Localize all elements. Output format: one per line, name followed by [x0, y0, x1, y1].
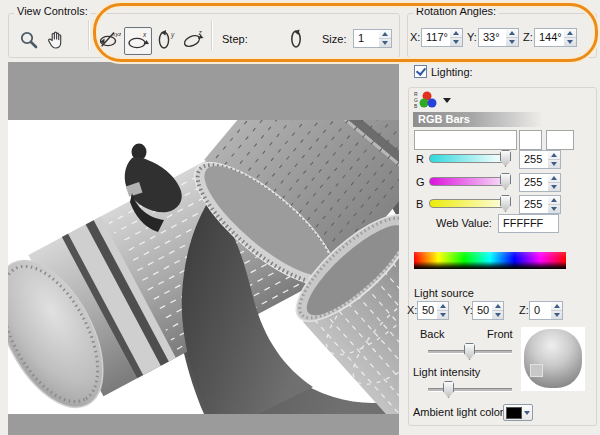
size-spinner[interactable]: [379, 29, 392, 48]
light-x-spinner[interactable]: [437, 301, 449, 320]
color-preview-main: [414, 130, 517, 150]
step-rotate-button[interactable]: [285, 27, 309, 51]
lighting-label: Lighting:: [431, 66, 473, 78]
rotate-x-button[interactable]: x: [124, 27, 152, 55]
rotate-y-button[interactable]: y: [154, 28, 178, 52]
app-window: View Controls: xyz x y: [0, 0, 600, 435]
web-value-label: Web Value:: [436, 217, 492, 229]
channel-r-value[interactable]: 255: [519, 150, 549, 169]
channel-r-track[interactable]: [429, 154, 509, 163]
light-y-spinner[interactable]: [492, 301, 504, 320]
channel-b-label: B: [416, 198, 423, 210]
angle-z-input[interactable]: 144°: [534, 28, 565, 47]
angle-y-input[interactable]: 33°: [478, 28, 507, 47]
rotate-xyz-button[interactable]: xyz: [97, 28, 121, 52]
color-preview-2: [519, 130, 542, 150]
angle-z-label: Z:: [523, 31, 533, 43]
light-x-input[interactable]: 50: [417, 301, 438, 320]
light-y-input[interactable]: 50: [472, 301, 493, 320]
rotate-y-icon: y: [154, 28, 178, 52]
light-preview-sphere: [524, 329, 582, 388]
ambient-color-dropdown[interactable]: [503, 404, 533, 421]
pan-hand-icon: [45, 29, 67, 51]
rgb-bars-header: RGB Bars: [413, 112, 543, 127]
ambient-light-label: Ambient light color: [413, 406, 504, 418]
svg-text:xyz: xyz: [112, 31, 122, 37]
channel-b-value[interactable]: 255: [519, 195, 549, 214]
svg-text:y: y: [170, 31, 175, 39]
toolbar-separator: [211, 20, 213, 50]
rgb-circles-icon: R G B: [413, 89, 455, 111]
size-label: Size:: [322, 33, 346, 45]
front-label: Front: [487, 328, 513, 340]
pan-button[interactable]: [44, 28, 68, 52]
angle-y-spinner[interactable]: [506, 28, 519, 47]
channel-g-spinner[interactable]: [548, 173, 561, 192]
lighting-checkbox[interactable]: [414, 65, 427, 78]
svg-text:z: z: [198, 29, 203, 36]
zoom-button[interactable]: [17, 28, 41, 52]
channel-r-spinner[interactable]: [548, 150, 561, 169]
angle-x-label: X:: [410, 31, 420, 43]
chevron-down-icon: [524, 411, 530, 415]
step-rotate-icon: [285, 27, 309, 51]
rgb-mode-button[interactable]: R G B: [413, 89, 455, 111]
channel-g-label: G: [416, 176, 425, 188]
spin-up-icon[interactable]: [382, 32, 388, 36]
light-x-label: X:: [407, 304, 417, 316]
spin-down-icon[interactable]: [382, 41, 388, 45]
light-source-label: Light source: [414, 287, 474, 299]
toolbar-separator: [88, 20, 90, 50]
channel-r-label: R: [416, 153, 424, 165]
view-controls-label: View Controls:: [14, 5, 91, 17]
channel-g-track[interactable]: [429, 177, 509, 186]
light-intensity-label: Light intensity: [413, 366, 480, 378]
step-label: Step:: [222, 33, 248, 45]
ambient-color-swatch: [506, 407, 522, 419]
color-preview-3: [546, 130, 574, 150]
channel-b-spinner[interactable]: [548, 195, 561, 214]
angle-x-spinner[interactable]: [450, 28, 463, 47]
rotation-angles-label: Rotation Angles:: [413, 5, 499, 17]
3d-model-render: [8, 62, 399, 435]
chevron-down-icon: [443, 98, 451, 103]
rotate-z-icon: z: [181, 28, 205, 52]
light-z-spinner[interactable]: [551, 301, 563, 320]
angle-x-input[interactable]: 117°: [421, 28, 451, 47]
svg-text:x: x: [142, 31, 147, 38]
zoom-icon: [18, 29, 40, 51]
back-label: Back: [420, 328, 444, 340]
size-input[interactable]: 1: [353, 29, 380, 48]
web-value-input[interactable]: FFFFFF: [498, 214, 559, 233]
light-position-marker[interactable]: [530, 364, 543, 377]
3d-viewport[interactable]: [8, 62, 399, 435]
channel-b-track[interactable]: [429, 199, 509, 208]
light-intensity-slider[interactable]: [428, 388, 512, 392]
color-spectrum-picker[interactable]: [414, 252, 566, 269]
light-z-input[interactable]: 0: [529, 301, 552, 320]
rotate-z-button[interactable]: z: [181, 28, 205, 52]
rotate-x-icon: x: [126, 29, 150, 53]
svg-text:B: B: [414, 103, 418, 109]
light-preview-box: [521, 327, 585, 391]
light-z-label: Z:: [519, 304, 529, 316]
angle-y-label: Y:: [467, 31, 477, 43]
channel-g-value[interactable]: 255: [519, 173, 549, 192]
angle-z-spinner[interactable]: [564, 28, 577, 47]
rotate-xyz-icon: xyz: [97, 28, 121, 52]
